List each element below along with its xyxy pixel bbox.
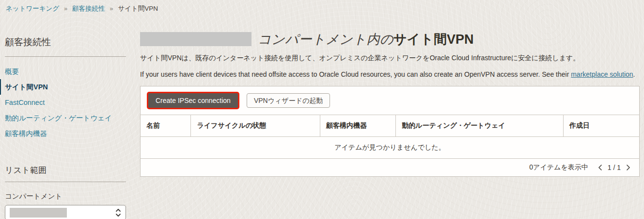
vpn-table: 名前 ライフサイクルの状態 顧客構内機器 動的ルーティング・ゲートウェイ 作成日… [141, 115, 639, 159]
main-content: コンパートメント内のサイト間VPN サイト間VPNは、既存のインターネット接続を… [136, 13, 644, 177]
column-header-lifecycle-state: ライフサイクルの状態 [191, 115, 320, 137]
sidebar-item-customer-premises-equipment[interactable]: 顧客構内機器 [5, 126, 126, 141]
pagination-bar: 0アイテムを表示中 1 / 1 [141, 159, 639, 176]
list-scope-heading: リスト範囲 [5, 165, 126, 176]
sidebar-item-fastconnect[interactable]: FastConnect [5, 95, 126, 110]
list-scope-section: リスト範囲 コンパートメント [5, 165, 126, 219]
breadcrumb-link-networking[interactable]: ネットワーキング [6, 5, 59, 12]
table-header-row: 名前 ライフサイクルの状態 顧客構内機器 動的ルーティング・ゲートウェイ 作成日 [141, 115, 639, 137]
sidebar-item-label[interactable]: 概要 [5, 67, 19, 75]
sidebar-heading: 顧客接続性 [5, 36, 126, 49]
pagination-summary: 0アイテムを表示中 [529, 163, 588, 172]
marketplace-solution-link[interactable]: marketplace solution [571, 70, 633, 78]
breadcrumb-separator-icon: » [110, 5, 113, 12]
chevron-right-icon[interactable] [625, 164, 631, 171]
page-layout: 顧客接続性 概要 サイト間VPN FastConnect 動的ルーティング・ゲー… [0, 13, 644, 219]
breadcrumb-current: サイト間VPN [118, 5, 158, 12]
page-indicator: 1 / 1 [608, 164, 621, 171]
page-title-compartment-text: コンパートメント内の [258, 32, 393, 47]
breadcrumb-link-customer-connectivity[interactable]: 顧客接続性 [72, 5, 105, 12]
empty-state-row: アイテムが見つかりませんでした。 [141, 137, 639, 159]
column-header-drg: 動的ルーティング・ゲートウェイ [396, 115, 564, 137]
compartment-select[interactable] [5, 205, 126, 219]
redacted-compartment-value [10, 208, 67, 218]
chevron-left-icon[interactable] [597, 164, 603, 171]
sidebar-item-dynamic-routing-gateway[interactable]: 動的ルーティング・ゲートウェイ [5, 110, 126, 126]
empty-state-message: アイテムが見つかりませんでした。 [141, 137, 639, 159]
vpn-list-card: Create IPSec connection VPNウィザードの起動 名前 ラ… [140, 86, 640, 177]
description-english-period: . [633, 70, 635, 78]
sidebar-item-label[interactable]: サイト間VPN [5, 83, 48, 91]
column-header-name: 名前 [141, 115, 191, 137]
actions-toolbar: Create IPSec connection VPNウィザードの起動 [141, 86, 639, 115]
description-english: If your users have client devices that n… [140, 69, 640, 79]
page-title: コンパートメント内のサイト間VPN [140, 32, 640, 47]
redacted-compartment-name [140, 32, 251, 46]
sidebar-item-site-to-site-vpn[interactable]: サイト間VPN [0, 79, 126, 95]
sidebar-divider [5, 56, 126, 57]
description-japanese: サイト間VPNは、既存のインターネット接続を使用して、オンプレミスの企業ネットワ… [140, 53, 640, 63]
page-title-resource-text: サイト間VPN [393, 32, 473, 47]
column-header-created: 作成日 [564, 115, 639, 137]
description-english-text: If your users have client devices that n… [140, 70, 571, 78]
column-header-cpe: 顧客構内機器 [320, 115, 395, 137]
select-updown-chevrons-icon [115, 208, 121, 217]
sidebar-item-label[interactable]: 動的ルーティング・ゲートウェイ [5, 114, 112, 122]
sidebar: 顧客接続性 概要 サイト間VPN FastConnect 動的ルーティング・ゲー… [0, 13, 136, 219]
sidebar-nav: 概要 サイト間VPN FastConnect 動的ルーティング・ゲートウェイ 顧… [5, 64, 126, 141]
breadcrumb: ネットワーキング » 顧客接続性 » サイト間VPN [0, 0, 644, 13]
launch-vpn-wizard-button[interactable]: VPNウィザードの起動 [247, 93, 330, 108]
list-scope-divider [5, 182, 126, 182]
sidebar-item-overview[interactable]: 概要 [5, 64, 126, 79]
sidebar-item-label[interactable]: 顧客構内機器 [5, 130, 47, 137]
sidebar-item-label[interactable]: FastConnect [5, 99, 45, 106]
pager-controls: 1 / 1 [597, 164, 631, 171]
breadcrumb-separator-icon: » [64, 5, 67, 12]
create-ipsec-connection-button[interactable]: Create IPSec connection [148, 93, 238, 108]
compartment-label: コンパートメント [5, 192, 126, 201]
